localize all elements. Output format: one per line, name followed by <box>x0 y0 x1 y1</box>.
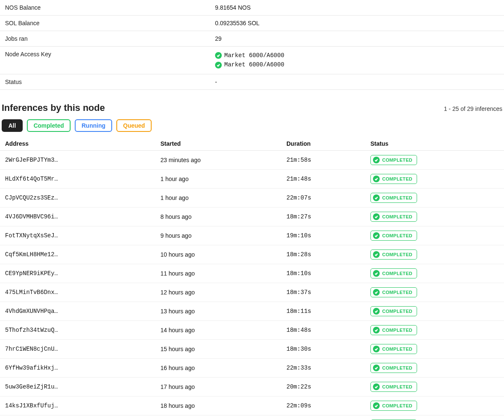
cell-duration: 22m:33s <box>281 358 365 377</box>
cell-address: 475LMinTvB6Dnx… <box>0 283 155 302</box>
check-icon <box>373 213 380 220</box>
col-duration: Duration <box>281 137 365 151</box>
info-value: 29 <box>210 31 504 47</box>
cell-duration: 18m:27s <box>281 207 365 226</box>
check-icon <box>373 365 380 371</box>
status-text: COMPLETED <box>382 214 412 219</box>
info-label: NOS Balance <box>0 0 210 16</box>
cell-started: 8 hours ago <box>155 207 281 226</box>
tab-running[interactable]: Running <box>75 119 112 132</box>
cell-status: COMPLETED <box>365 415 504 420</box>
info-row-access-key: Node Access KeyMarket 6000/A6000Market 6… <box>0 47 504 74</box>
status-badge: COMPLETED <box>370 325 417 335</box>
check-icon <box>373 251 380 258</box>
cell-status: COMPLETED <box>365 302 504 320</box>
table-row[interactable]: 5Thofzh34tWzuQ…14 hours ago18m:48sCOMPLE… <box>0 320 504 339</box>
access-key-item: Market 6000/A6000 <box>215 51 499 60</box>
cell-address: CE9YpNER9iKPEy… <box>0 264 155 283</box>
table-row[interactable]: HLdXf6t4QoT5Mr…1 hour ago21m:48sCOMPLETE… <box>0 169 504 188</box>
info-label: Jobs ran <box>0 31 210 47</box>
cell-status: COMPLETED <box>365 188 504 207</box>
cell-started: 11 hours ago <box>155 264 281 283</box>
table-row[interactable]: AWTzxjGkfVuKZx…19 hours ago20m:52sCOMPLE… <box>0 415 504 420</box>
status-text: COMPLETED <box>382 403 412 408</box>
cell-started: 9 hours ago <box>155 226 281 245</box>
filter-tabs: All Completed Running Queued <box>0 119 504 137</box>
status-badge: COMPLETED <box>370 231 417 241</box>
cell-duration: 22m:09s <box>281 396 365 415</box>
cell-started: 12 hours ago <box>155 283 281 302</box>
table-row[interactable]: FotTXNytqXsSeJ…9 hours ago19m:10sCOMPLET… <box>0 226 504 245</box>
tab-queued[interactable]: Queued <box>116 119 152 132</box>
table-row[interactable]: 2WrGJeFBPJTYm3…23 minutes ago21m:58sCOMP… <box>0 150 504 169</box>
cell-duration: 20m:22s <box>281 377 365 396</box>
cell-status: COMPLETED <box>365 283 504 302</box>
cell-address: 4VJ6DVMHBVC96i… <box>0 207 155 226</box>
check-icon <box>373 194 380 201</box>
inferences-header: Inferences by this node 1 - 25 of 29 inf… <box>0 90 504 119</box>
table-row[interactable]: Cqf5KmLH8HMe12…10 hours ago18m:28sCOMPLE… <box>0 245 504 264</box>
cell-status: COMPLETED <box>365 339 504 358</box>
table-row[interactable]: 7hrC1WEN8cjCnU…15 hours ago18m:30sCOMPLE… <box>0 339 504 358</box>
cell-address: AWTzxjGkfVuKZx… <box>0 415 155 420</box>
col-address: Address <box>0 137 155 151</box>
status-text: COMPLETED <box>382 365 412 370</box>
pagination-count: 1 - 25 of 29 inferences <box>444 105 502 112</box>
cell-address: 5uw3Ge8eiZjR1u… <box>0 377 155 396</box>
col-status: Status <box>365 137 504 151</box>
status-text: COMPLETED <box>382 328 412 333</box>
table-row[interactable]: 4VJ6DVMHBVC96i…8 hours ago18m:27sCOMPLET… <box>0 207 504 226</box>
status-badge: COMPLETED <box>370 306 417 316</box>
cell-started: 1 hour ago <box>155 188 281 207</box>
cell-address: HLdXf6t4QoT5Mr… <box>0 169 155 188</box>
cell-address: FotTXNytqXsSeJ… <box>0 226 155 245</box>
status-text: COMPLETED <box>382 158 412 163</box>
check-icon <box>373 308 380 315</box>
info-label: Status <box>0 74 210 89</box>
cell-status: COMPLETED <box>365 396 504 415</box>
check-icon <box>373 383 380 390</box>
cell-address: 2WrGJeFBPJTYm3… <box>0 150 155 169</box>
cell-duration: 18m:30s <box>281 339 365 358</box>
status-text: COMPLETED <box>382 384 412 389</box>
table-row[interactable]: 5uw3Ge8eiZjR1u…17 hours ago20m:22sCOMPLE… <box>0 377 504 396</box>
check-icon <box>373 327 380 333</box>
cell-started: 10 hours ago <box>155 245 281 264</box>
check-icon <box>373 176 380 182</box>
info-label: Node Access Key <box>0 47 210 74</box>
tab-completed[interactable]: Completed <box>27 119 71 132</box>
check-icon <box>373 232 380 239</box>
info-row: Jobs ran29 <box>0 31 504 47</box>
cell-duration: 21m:48s <box>281 169 365 188</box>
cell-started: 16 hours ago <box>155 358 281 377</box>
table-row[interactable]: CE9YpNER9iKPEy…11 hours ago18m:10sCOMPLE… <box>0 264 504 283</box>
cell-started: 18 hours ago <box>155 396 281 415</box>
cell-address: CJpVCQU2zs3SEz… <box>0 188 155 207</box>
status-badge: COMPLETED <box>370 382 417 392</box>
cell-duration: 18m:11s <box>281 302 365 320</box>
table-row[interactable]: CJpVCQU2zs3SEz…1 hour ago22m:07sCOMPLETE… <box>0 188 504 207</box>
cell-status: COMPLETED <box>365 245 504 264</box>
table-row[interactable]: 14ksJ1XBxfUfuj…18 hours ago22m:09sCOMPLE… <box>0 396 504 415</box>
cell-started: 17 hours ago <box>155 377 281 396</box>
cell-duration: 20m:52s <box>281 415 365 420</box>
cell-address: 4VhdGmXUNVHPqa… <box>0 302 155 320</box>
cell-duration: 18m:10s <box>281 264 365 283</box>
cell-status: COMPLETED <box>365 320 504 339</box>
info-row: SOL Balance0.09235536 SOL <box>0 16 504 31</box>
table-row[interactable]: 4VhdGmXUNVHPqa…13 hours ago18m:11sCOMPLE… <box>0 302 504 320</box>
status-text: COMPLETED <box>382 309 412 314</box>
section-title: Inferences by this node <box>2 102 105 113</box>
status-text: COMPLETED <box>382 233 412 238</box>
info-value: - <box>210 74 504 89</box>
table-row[interactable]: 475LMinTvB6Dnx…12 hours ago18m:37sCOMPLE… <box>0 283 504 302</box>
table-row[interactable]: 6YfHw39afikHxj…16 hours ago22m:33sCOMPLE… <box>0 358 504 377</box>
cell-duration: 21m:58s <box>281 150 365 169</box>
check-icon <box>373 270 380 277</box>
status-text: COMPLETED <box>382 290 412 295</box>
cell-duration: 22m:07s <box>281 188 365 207</box>
cell-duration: 18m:28s <box>281 245 365 264</box>
status-badge: COMPLETED <box>370 401 417 411</box>
info-label: SOL Balance <box>0 16 210 31</box>
tab-all[interactable]: All <box>2 119 23 132</box>
